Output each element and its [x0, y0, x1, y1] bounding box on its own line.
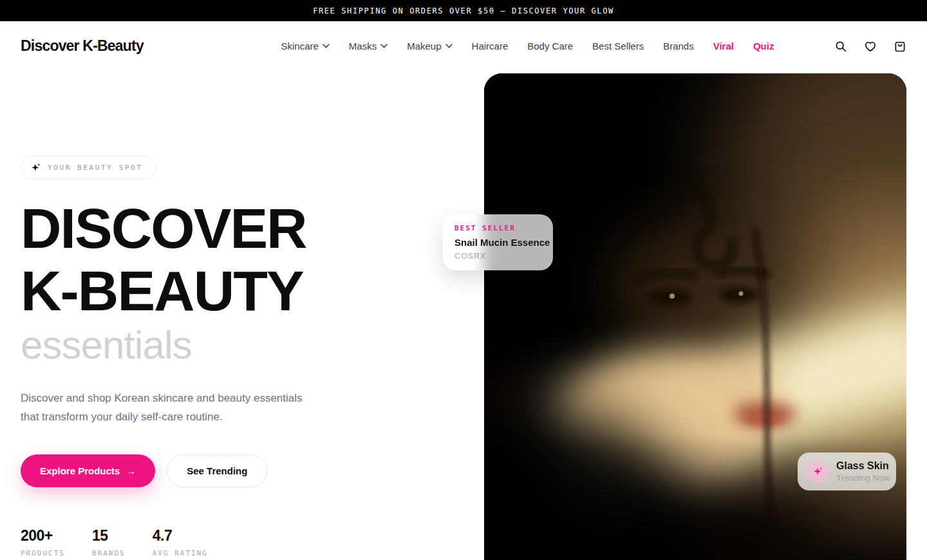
- sparkles-icon-circle: [807, 461, 829, 483]
- explore-products-button[interactable]: Explore Products →: [21, 454, 155, 487]
- glass-skin-text: Glass Skin Trending Now: [836, 460, 890, 483]
- title-line-1: DISCOVER: [21, 198, 471, 260]
- promo-banner-text: FREE SHIPPING ON ORDERS OVER $50 — DISCO…: [313, 6, 614, 15]
- title-line-2: K-BEAUTY: [21, 260, 471, 322]
- chevron-down-icon: [380, 44, 388, 48]
- cta-row: Explore Products → See Trending: [21, 454, 471, 487]
- title-accent: essentials: [21, 324, 471, 366]
- brand-name: COSRX: [454, 251, 541, 261]
- arrow-right-icon: →: [126, 465, 136, 476]
- hero-content: YOUR BEAUTY SPOT DISCOVER K-BEAUTY essen…: [21, 71, 471, 557]
- stat-brands: 15 BRANDS: [92, 527, 126, 557]
- chevron-down-icon: [323, 44, 330, 48]
- sparkles-icon: [812, 466, 823, 477]
- see-trending-button[interactable]: See Trending: [167, 454, 267, 487]
- nav-item-viral[interactable]: Viral: [713, 41, 734, 51]
- header-icons: [834, 40, 906, 53]
- hero-section: YOUR BEAUTY SPOT DISCOVER K-BEAUTY essen…: [0, 71, 927, 560]
- logo[interactable]: Discover K-Beauty: [21, 37, 144, 55]
- nav-item-masks[interactable]: Masks: [349, 41, 388, 51]
- sparkles-icon: [30, 162, 41, 173]
- beauty-spot-badge: YOUR BEAUTY SPOT: [21, 156, 156, 180]
- site-header: Discover K-Beauty Skincare Masks Makeup …: [0, 21, 927, 71]
- best-seller-tag: BEST SELLER: [454, 224, 541, 232]
- nav-item-skincare[interactable]: Skincare: [281, 41, 329, 51]
- stats-row: 200+ PRODUCTS 15 BRANDS 4.7 AVG RATING: [21, 527, 471, 557]
- hero-description: Discover and shop Korean skincare and be…: [21, 389, 310, 426]
- nav-item-body-care[interactable]: Body Care: [527, 41, 573, 51]
- glass-skin-card[interactable]: Glass Skin Trending Now: [798, 453, 896, 490]
- search-icon[interactable]: [834, 40, 847, 53]
- page-title: DISCOVER K-BEAUTY: [21, 198, 471, 322]
- bag-icon[interactable]: [894, 40, 906, 53]
- promo-banner: FREE SHIPPING ON ORDERS OVER $50 — DISCO…: [0, 0, 927, 21]
- glass-skin-subtitle: Trending Now: [836, 473, 890, 483]
- main-nav: Skincare Masks Makeup Haircare Body Care…: [203, 41, 774, 51]
- nav-item-quiz[interactable]: Quiz: [753, 41, 774, 51]
- stat-products: 200+ PRODUCTS: [21, 527, 65, 557]
- best-seller-card[interactable]: BEST SELLER Snail Mucin Essence COSRX: [443, 214, 553, 270]
- badge-label: YOUR BEAUTY SPOT: [48, 163, 143, 172]
- nav-item-best-sellers[interactable]: Best Sellers: [592, 41, 644, 51]
- stat-avg-rating: 4.7 AVG RATING: [153, 527, 208, 557]
- nav-item-makeup[interactable]: Makeup: [407, 41, 452, 51]
- nav-item-brands[interactable]: Brands: [663, 41, 694, 51]
- product-name: Snail Mucin Essence: [454, 237, 541, 248]
- glass-skin-title: Glass Skin: [836, 460, 890, 472]
- heart-icon[interactable]: [864, 40, 877, 53]
- chevron-down-icon: [445, 44, 453, 48]
- nav-item-haircare[interactable]: Haircare: [472, 41, 509, 51]
